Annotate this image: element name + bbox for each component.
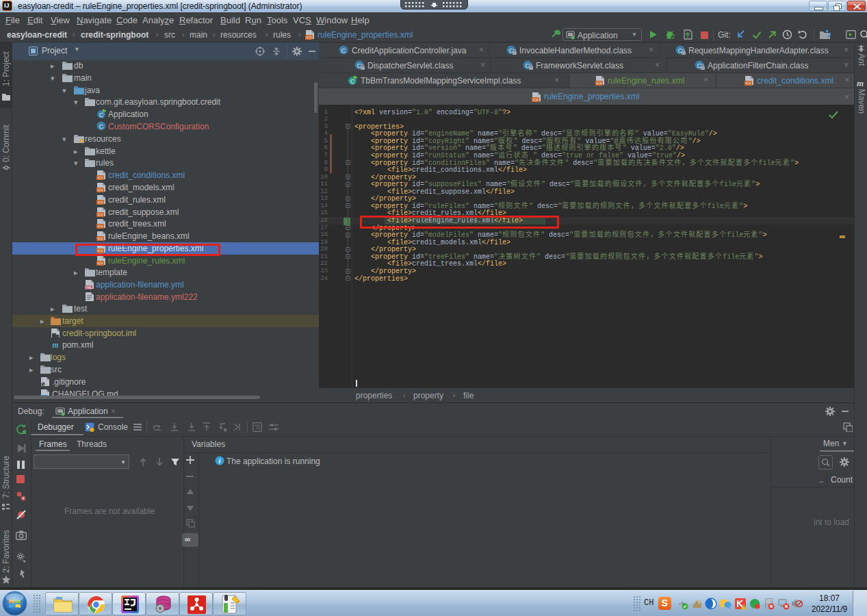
- svg-text:i: i: [219, 457, 221, 465]
